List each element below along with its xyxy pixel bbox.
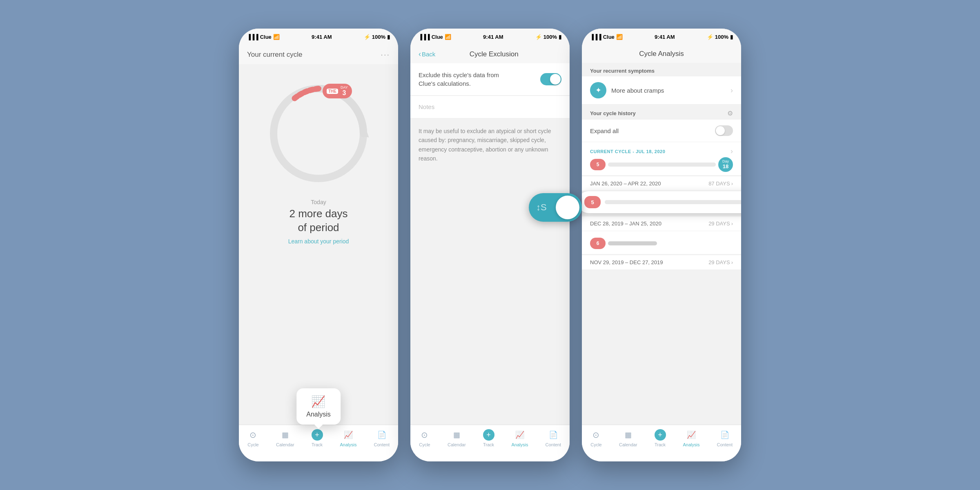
days-count-nov-dec: 29 DAYS › — [708, 259, 733, 265]
nav-calendar-label-1: Calendar — [276, 442, 294, 447]
nav-analysis-label-1: Analysis — [340, 442, 357, 447]
nav-calendar-1[interactable]: ▦ Calendar — [276, 429, 294, 447]
phone3-wrap: ▐▐▐ Clue 📶 9:41 AM ⚡ 100% ▮ Cycle Analys… — [582, 29, 741, 461]
time-2: 9:41 AM — [483, 34, 503, 40]
signal-icon-1: ▐▐▐ — [247, 34, 258, 40]
nav-content-3[interactable]: 📄 Content — [717, 429, 733, 447]
current-period-pill: 5 — [590, 159, 606, 170]
symptoms-section-header: Your recurrent symptoms — [582, 63, 741, 76]
calendar-nav-icon-2: ▦ — [451, 429, 462, 441]
bottom-nav-2: ⊙ Cycle ▦ Calendar + Track 📈 Analysis 📄 — [410, 425, 570, 461]
cycle-entry-nov-dec[interactable]: NOV 29, 2019 – DEC 27, 2019 29 DAYS › — [582, 255, 741, 270]
nav-cycle-3[interactable]: ⊙ Cycle — [590, 429, 602, 447]
cycle-entry-jan-apr[interactable]: JAN 26, 2020 – APR 22, 2020 87 DAYS › — [582, 176, 741, 191]
cycle-nav-icon-1: ⊙ — [247, 429, 259, 441]
nav-content-1[interactable]: 📄 Content — [374, 429, 390, 447]
dec-jan-track-bar — [608, 241, 657, 245]
status-left-1: ▐▐▐ Clue 📶 — [247, 34, 280, 40]
symptom-row-cramps[interactable]: ✦ More about cramps › — [582, 76, 741, 105]
nav-track-label-3: Track — [655, 442, 666, 447]
nav-analysis-2[interactable]: 📈 Analysis — [512, 429, 528, 447]
history-title: Your cycle history — [590, 110, 636, 116]
analysis-tooltip: 📈 Analysis — [296, 388, 341, 425]
signal-icon-2: ▐▐▐ — [419, 34, 430, 40]
nav-analysis-3[interactable]: 📈 Analysis — [683, 429, 700, 447]
battery-3: 100% — [715, 34, 728, 40]
exclude-text: Exclude this cycle's data from Clue's ca… — [419, 71, 508, 88]
calendar-nav-icon-3: ▦ — [622, 429, 634, 441]
nav-content-2[interactable]: 📄 Content — [545, 429, 561, 447]
info-content: It may be useful to exclude an atypical … — [419, 128, 551, 162]
days-count-nov-dec-text: 29 DAYS — [708, 259, 730, 265]
analysis-nav-icon-1: 📈 — [343, 429, 354, 441]
screen3-body: Your recurrent symptoms ✦ More about cra… — [582, 63, 741, 425]
status-bar-2: ▐▐▐ Clue 📶 9:41 AM ⚡ 100% ▮ — [410, 29, 570, 45]
expand-all-row: Expand all — [582, 120, 741, 142]
highlighted-period-pill: 5 — [584, 196, 601, 208]
dec-jan-bar-row: 6 — [590, 238, 733, 249]
nav-calendar-label-3: Calendar — [619, 442, 637, 447]
current-cycle-bar-row: 5 Day 18 — [590, 159, 733, 170]
phone1-wrap: ▐▐▐ Clue 📶 9:41 AM ⚡ 100% ▮ Your current… — [239, 29, 398, 461]
nav-track-2[interactable]: + Track — [483, 429, 494, 447]
current-day-marker: Day 18 — [718, 157, 733, 172]
battery-icon-1: ▮ — [387, 34, 390, 40]
carrier-2: Clue — [432, 34, 443, 40]
nav-content-label-1: Content — [374, 442, 390, 447]
info-text: It may be useful to exclude an atypical … — [410, 118, 570, 172]
date-range-jan-apr: JAN 26, 2020 – APR 22, 2020 — [590, 180, 661, 187]
screen1-body: THE DAY 3 Today 2 more days — [239, 64, 398, 425]
nav-analysis-1[interactable]: 📈 Analysis — [340, 429, 357, 447]
tooltip-label: Analysis — [306, 411, 331, 418]
big-toggle-knob — [556, 196, 579, 219]
symptom-left: ✦ More about cramps — [590, 82, 664, 98]
battery-2: 100% — [543, 34, 557, 40]
big-toggle-overlay[interactable]: ↕S — [529, 193, 582, 222]
cycle-entry-current[interactable]: CURRENT CYCLE - JUL 18, 2020 › 5 Day 18 — [582, 142, 741, 176]
more-options-button[interactable]: ··· — [381, 50, 390, 59]
battery-icon-3: ▮ — [730, 34, 733, 40]
bluetooth-icon-1: ⚡ — [364, 34, 370, 40]
phone2-wrap: ▐▐▐ Clue 📶 9:41 AM ⚡ 100% ▮ ‹ Back — [410, 29, 570, 461]
tooltip-icon: 📈 — [311, 395, 325, 408]
back-button[interactable]: ‹ Back — [419, 50, 435, 58]
date-range-dec-jan: DEC 28, 2019 – JAN 25, 2020 — [590, 220, 662, 227]
cycle-entry-dec-jan[interactable]: DEC 28, 2019 – JAN 25, 2020 29 DAYS › — [582, 216, 741, 231]
day-marker: THE DAY 3 — [323, 84, 352, 98]
days-count-dec-jan-text: 29 DAYS — [708, 220, 730, 227]
nav-cycle-label-1: Cycle — [247, 442, 259, 447]
screen3-title: Cycle Analysis — [639, 50, 684, 58]
carrier-1: Clue — [260, 34, 272, 40]
notes-label: Notes — [419, 103, 434, 110]
phones-wrapper: ▐▐▐ Clue 📶 9:41 AM ⚡ 100% ▮ Your current… — [239, 29, 741, 461]
current-track-bar — [608, 163, 716, 167]
nav-analysis-label-2: Analysis — [512, 442, 528, 447]
days-chevron-dec-jan-icon: › — [731, 220, 733, 227]
cramps-icon-circle: ✦ — [590, 82, 606, 98]
expand-toggle[interactable] — [715, 125, 733, 136]
nav-cycle-1[interactable]: ⊙ Cycle — [247, 429, 259, 447]
wifi-icon-3: 📶 — [616, 34, 623, 40]
learn-period-link[interactable]: Learn about your period — [288, 238, 349, 245]
nav-cycle-2[interactable]: ⊙ Cycle — [419, 429, 430, 447]
battery-1: 100% — [372, 34, 385, 40]
days-chevron-icon: › — [731, 180, 733, 187]
nav-cycle-label-2: Cycle — [419, 442, 430, 447]
phone3: ▐▐▐ Clue 📶 9:41 AM ⚡ 100% ▮ Cycle Analys… — [582, 29, 741, 461]
status-left-3: ▐▐▐ Clue 📶 — [590, 34, 623, 40]
nav-calendar-2[interactable]: ▦ Calendar — [448, 429, 466, 447]
screen2-title: Cycle Exclusion — [439, 50, 549, 58]
highlighted-track-bar — [605, 200, 741, 204]
nav-track-label-1: Track — [312, 442, 323, 447]
nav-calendar-3[interactable]: ▦ Calendar — [619, 429, 637, 447]
nav-track-label-2: Track — [483, 442, 494, 447]
exclude-toggle[interactable] — [540, 73, 561, 85]
screen1-title: Your current cycle — [247, 51, 302, 59]
history-gear-icon[interactable]: ⚙ — [727, 109, 733, 117]
nav-track-1[interactable]: + Track — [312, 429, 323, 447]
calendar-nav-icon-1: ▦ — [279, 429, 291, 441]
cycle-nav-icon-2: ⊙ — [419, 429, 430, 441]
nav-track-3[interactable]: + Track — [655, 429, 666, 447]
bottom-nav-1: ⊙ Cycle ▦ Calendar + Track 📈 Analysis 📄 — [239, 425, 398, 461]
wifi-icon-1: 📶 — [273, 34, 280, 40]
